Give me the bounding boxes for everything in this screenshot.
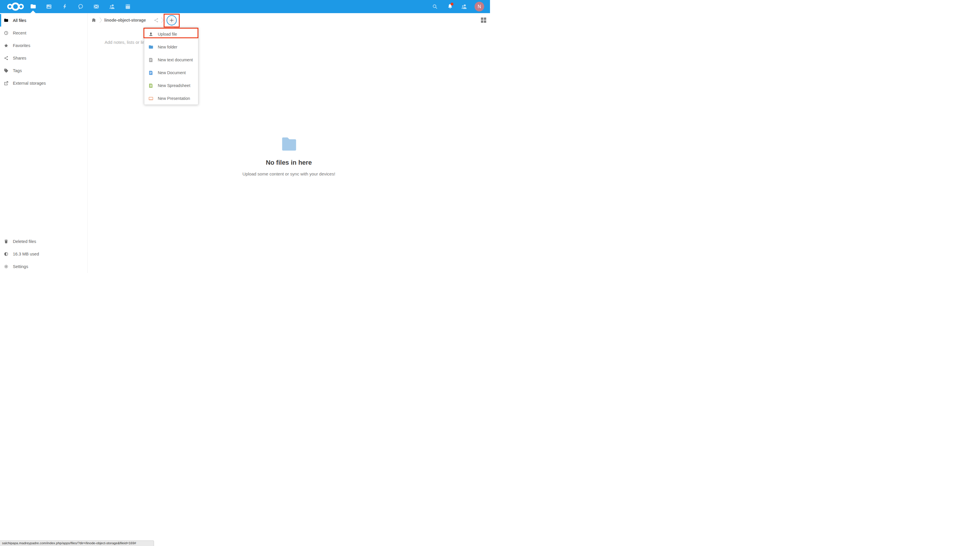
storage-pie-icon: [4, 252, 8, 256]
grid-square: [484, 17, 486, 20]
photos-icon: [46, 3, 52, 10]
folder-icon: [30, 3, 36, 10]
empty-state-title: No files in here: [88, 159, 490, 167]
sidebar-item-recent[interactable]: Recent: [0, 27, 88, 39]
top-header-bar: N: [0, 0, 490, 13]
menu-item-label: New Spreadsheet: [158, 83, 190, 88]
new-file-menu: Upload file New folder New text document: [144, 27, 198, 105]
clock-icon: [4, 31, 8, 35]
contacts-people-icon: [461, 3, 467, 10]
trash-icon: [4, 239, 8, 244]
workspace-notes-placeholder[interactable]: Add notes, lists or lin: [105, 40, 145, 44]
empty-folder-icon: [281, 136, 297, 151]
search-icon: [432, 3, 438, 10]
talk-bubble-icon: [78, 3, 84, 10]
home-breadcrumb-icon[interactable]: [91, 17, 96, 23]
menu-item-label: New Presentation: [158, 96, 190, 101]
activity-app-button[interactable]: [57, 0, 72, 13]
sidebar-item-deleted-files[interactable]: Deleted files: [0, 235, 88, 248]
sidebar-item-settings[interactable]: Settings: [0, 260, 88, 273]
plus-icon: [169, 17, 175, 23]
sidebar-item-label: Settings: [13, 264, 28, 269]
files-app-button[interactable]: [25, 0, 41, 13]
empty-state-subtitle: Upload some content or sync with your de…: [88, 171, 490, 176]
menu-item-label: New text document: [158, 57, 193, 62]
avatar-initial: N: [478, 4, 481, 10]
grid-square: [484, 21, 486, 23]
sidebar-item-external-storages[interactable]: External storages: [0, 77, 88, 89]
menu-item-new-presentation[interactable]: New Presentation: [144, 92, 198, 105]
photos-app-button[interactable]: [41, 0, 57, 13]
menu-item-label: Upload file: [158, 32, 177, 37]
gear-icon: [4, 264, 8, 269]
mail-envelope-icon: [93, 3, 99, 10]
sidebar-item-favorites[interactable]: Favorites: [0, 39, 88, 52]
sidebar-item-quota[interactable]: 16.3 MB used: [0, 248, 88, 260]
menu-item-new-spreadsheet[interactable]: New Spreadsheet: [144, 79, 198, 92]
active-app-notch: [30, 11, 36, 13]
notifications-button[interactable]: [444, 0, 456, 13]
app-navigation-bar: [25, 0, 135, 13]
menu-item-new-text-document[interactable]: New text document: [144, 54, 198, 66]
nextcloud-logo-icon[interactable]: [3, 0, 26, 13]
share-action-icon[interactable]: [154, 18, 159, 23]
folder-icon: [148, 44, 153, 50]
lightning-icon: [62, 3, 68, 10]
grid-view-toggle-button[interactable]: [481, 17, 486, 23]
mail-app-button[interactable]: [88, 0, 104, 13]
tag-icon: [4, 68, 8, 73]
sidebar-item-label: 16.3 MB used: [13, 252, 39, 256]
sidebar-item-label: Tags: [13, 68, 22, 73]
chevron-right-icon: [99, 17, 103, 23]
sidebar-item-label: Favorites: [13, 43, 30, 48]
sidebar-item-label: Shares: [13, 56, 26, 60]
new-file-plus-button[interactable]: [167, 15, 177, 25]
sidebar-item-all-files[interactable]: All files: [0, 14, 88, 27]
contacts-app-button[interactable]: [104, 0, 120, 13]
grid-square: [481, 17, 483, 20]
menu-item-new-document[interactable]: New Document: [144, 66, 198, 79]
menu-item-label: New Document: [158, 70, 186, 75]
contacts-menu-button[interactable]: [458, 0, 470, 13]
files-navigation-sidebar: All files Recent Favorites Shares: [0, 13, 88, 273]
presentation-icon: [148, 96, 153, 101]
grid-square: [481, 21, 483, 23]
sidebar-item-label: All files: [13, 18, 26, 23]
sidebar-item-shares[interactable]: Shares: [0, 52, 88, 64]
share-icon: [4, 56, 8, 60]
document-icon: [148, 70, 153, 75]
text-document-icon: [148, 57, 153, 62]
sidebar-item-label: Deleted files: [13, 239, 36, 244]
chevron-right-icon: [160, 17, 164, 23]
talk-app-button[interactable]: [72, 0, 88, 13]
contacts-people-icon: [109, 3, 115, 10]
sidebar-item-label: External storages: [13, 81, 46, 86]
sidebar-item-tags[interactable]: Tags: [0, 64, 88, 77]
menu-item-new-folder[interactable]: New folder: [144, 41, 198, 54]
active-item-indicator: [0, 14, 1, 27]
upload-icon: [148, 32, 153, 37]
notification-badge-dot: [450, 3, 453, 6]
calendar-app-button[interactable]: [120, 0, 135, 13]
user-avatar[interactable]: N: [474, 2, 484, 11]
external-link-icon: [4, 81, 8, 86]
sidebar-item-label: Recent: [13, 31, 26, 35]
star-icon: [4, 43, 8, 48]
menu-item-upload-file[interactable]: Upload file: [144, 28, 198, 41]
breadcrumb-folder-name[interactable]: linode-object-storage: [104, 18, 146, 22]
calendar-icon: [125, 3, 131, 10]
folder-icon: [4, 18, 8, 23]
menu-item-label: New folder: [158, 44, 177, 49]
search-button[interactable]: [429, 0, 441, 13]
spreadsheet-icon: [148, 83, 153, 88]
